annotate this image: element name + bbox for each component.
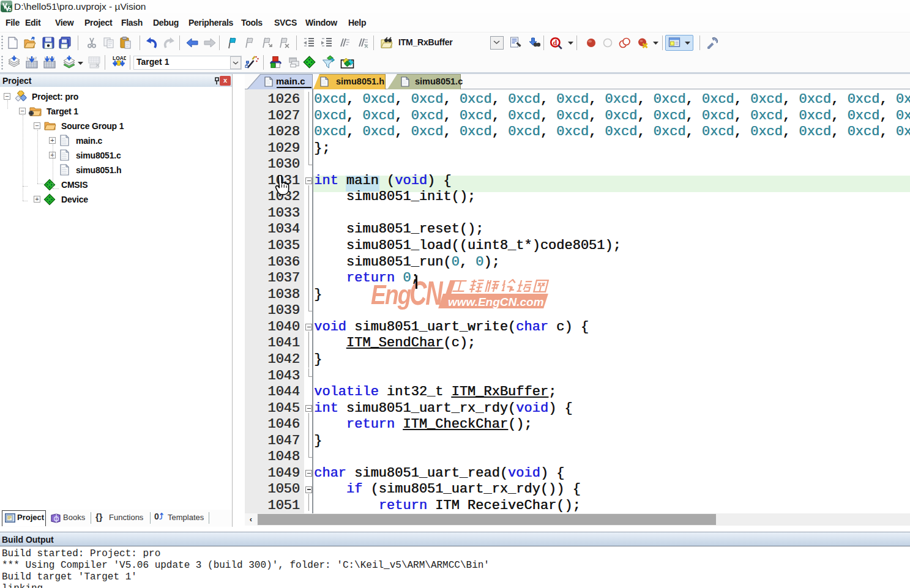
svg-text:d: d [553, 39, 558, 47]
svg-text:LOAD: LOAD [113, 55, 126, 61]
svg-text:5: 5 [9, 7, 12, 12]
